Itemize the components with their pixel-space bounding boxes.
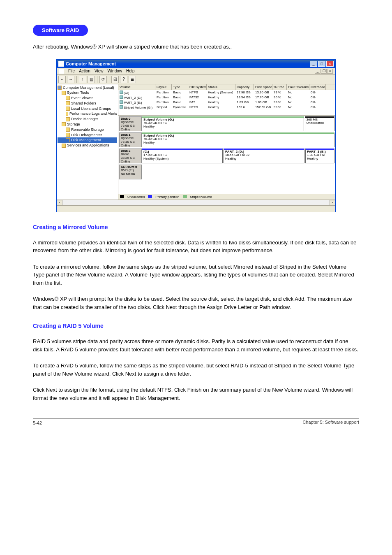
menu-file[interactable]: File	[68, 69, 75, 73]
disk-partitions: Striped Volume (G:)76.30 GB NTFSHealthy	[142, 132, 334, 147]
disk-partition[interactable]: 368 MBUnallocated	[305, 116, 334, 131]
close-button[interactable]: ×	[326, 61, 334, 67]
vol-fs: NTFS	[188, 90, 207, 95]
vol-pct: 78 %	[272, 90, 287, 95]
disk-partition[interactable]: PART_2 (D:)18.55 GB FAT32Healthy	[224, 149, 304, 163]
raid5-heading: Creating a RAID 5 Volume	[33, 323, 359, 329]
raid5-p3: Click Next to assign the file format, us…	[33, 386, 359, 402]
tree-storage[interactable]: Storage	[58, 122, 117, 127]
disk-row[interactable]: Disk 1Dynamic76.30 GBOnlineStriped Volum…	[119, 132, 334, 147]
col-status[interactable]: Status	[207, 84, 235, 90]
col-pctfree[interactable]: % Free	[272, 84, 287, 90]
tree-pane[interactable]: Computer Management (Local) System Tools…	[57, 84, 118, 200]
vol-free: 13.96 GB	[254, 90, 272, 95]
vol-ft: No	[287, 90, 309, 95]
vol-capacity: 152.6...	[235, 105, 254, 109]
disk-partition[interactable]: PART_3 (E:)1.83 GB FATHealthy	[305, 149, 334, 163]
vol-capacity: 18.54 GB	[235, 95, 254, 100]
toolbar-separator	[109, 76, 109, 83]
chapter-title: Chapter 5: Software support	[33, 420, 359, 425]
menu-window[interactable]: Window	[107, 69, 122, 73]
tree-event-viewer[interactable]: Event Viewer	[58, 95, 117, 101]
tree-perf-logs[interactable]: Performance Logs and Alerts	[58, 111, 117, 116]
vol-type: Basic	[172, 95, 188, 100]
vol-capacity: 17.90 GB	[235, 90, 254, 95]
computer-management-window: Computer Management _ □ × File Action Vi…	[56, 59, 336, 212]
disk-partition[interactable]: Striped Volume (G:)76.30 GB NTFSHealthy	[142, 132, 334, 147]
up-button[interactable]: ↑	[79, 76, 86, 83]
horizontal-scrollbar[interactable]: ‹ ›	[57, 200, 335, 205]
col-filesystem[interactable]: File System	[188, 84, 207, 90]
vol-oh: 0%	[309, 95, 326, 100]
tree-services-apps[interactable]: Services and Applications	[58, 143, 117, 148]
volume-row[interactable]: PART_3 (E:)PartitionBasicFATHealthy1.83 …	[118, 100, 335, 105]
volume-row[interactable]: (C:)PartitionBasicNTFSHealthy (System)17…	[118, 90, 335, 95]
disk-label[interactable]: Disk 1Dynamic76.30 GBOnline	[119, 132, 142, 147]
vol-pct: 95 %	[272, 95, 287, 100]
tree-disk-management[interactable]: Disk Management	[58, 137, 117, 143]
menu-action[interactable]: Action	[79, 69, 90, 73]
volume-list[interactable]: (C:)PartitionBasicNTFSHealthy (System)17…	[118, 90, 335, 115]
disk-label[interactable]: Disk 0Dynamic76.68 GBOnline	[119, 116, 142, 131]
volume-row[interactable]: PART_2 (D:)PartitionBasicFAT32Healthy18.…	[118, 95, 335, 100]
volume-list-header[interactable]: Volume Layout Type File System Status Ca…	[118, 84, 335, 90]
col-fault[interactable]: Fault Tolerance	[287, 84, 309, 90]
vol-free: 1.83 GB	[254, 100, 272, 104]
col-layout[interactable]: Layout	[155, 84, 172, 90]
disk-label[interactable]: Disk 2Basic38.29 GBOnline	[119, 149, 142, 163]
help-button[interactable]: ?	[120, 76, 127, 83]
device-manager-icon	[66, 117, 70, 121]
vol-free: 152.59 GB	[254, 105, 272, 109]
disk-row[interactable]: CD-ROM 0DVD (F:)No Media	[119, 165, 334, 179]
vol-ft: No	[287, 100, 309, 104]
refresh-button[interactable]: ⟳	[99, 76, 107, 83]
volume-row[interactable]: Striped Volume (G:)StripedDynamicNTFSHea…	[118, 105, 335, 110]
raid5-p2: To create a RAID 5 volume, follow the sa…	[33, 362, 359, 378]
col-overhead[interactable]: Overhead	[309, 84, 326, 90]
tree-device-manager[interactable]: Device Manager	[58, 116, 117, 122]
volume-icon	[120, 105, 123, 109]
properties-button[interactable]: ☑	[111, 76, 119, 83]
tree-removable-storage[interactable]: Removable Storage	[58, 127, 117, 132]
menu-view[interactable]: View	[95, 69, 104, 73]
scroll-track[interactable]	[62, 200, 330, 205]
maximize-button[interactable]: □	[318, 61, 325, 67]
col-freespace[interactable]: Free Space	[254, 84, 272, 90]
vol-name: (C:)	[118, 90, 155, 95]
menubar: File Action View Window Help _ ❐ ×	[57, 68, 335, 75]
tree-system-tools[interactable]: System Tools	[58, 90, 117, 95]
back-button[interactable]: ←	[58, 76, 66, 83]
tree-local-users[interactable]: Local Users and Groups	[58, 106, 117, 111]
mdi-close[interactable]: ×	[327, 69, 333, 74]
disk-row[interactable]: Disk 2Basic38.29 GBOnline(C:)17.90 GB NT…	[119, 149, 334, 163]
menu-help[interactable]: Help	[126, 69, 135, 73]
disk-label[interactable]: CD-ROM 0DVD (F:)No Media	[119, 165, 142, 179]
vol-name: Striped Volume (G:)	[118, 105, 155, 110]
mdi-restore[interactable]: ❐	[321, 69, 327, 74]
tree-shared-folders[interactable]: Shared Folders	[58, 101, 117, 106]
tree-root[interactable]: Computer Management (Local)	[58, 85, 117, 91]
removable-icon	[66, 128, 70, 132]
disk-map[interactable]: Disk 0Dynamic76.68 GBOnlineStriped Volum…	[118, 115, 335, 194]
body-area: Computer Management (Local) System Tools…	[57, 84, 335, 200]
disk-row[interactable]: Disk 0Dynamic76.68 GBOnlineStriped Volum…	[119, 116, 334, 131]
disk-partition[interactable]: (C:)17.90 GB NTFSHealthy (System)	[142, 149, 223, 163]
vol-fs: FAT32	[188, 95, 207, 100]
mdi-minimize[interactable]: _	[315, 69, 321, 74]
scroll-left-button[interactable]: ‹	[57, 200, 62, 206]
intro-text: After rebooting, Windows® XP will show a…	[33, 43, 359, 51]
col-capacity[interactable]: Capacity	[235, 84, 254, 90]
col-volume[interactable]: Volume	[118, 84, 155, 90]
disk-partition[interactable]: Striped Volume (G:)76.30 GB NTFSHealthy	[142, 116, 304, 131]
list-view-button[interactable]: ≣	[129, 76, 136, 83]
forward-button[interactable]: →	[67, 76, 74, 83]
vol-name: PART_2 (D:)	[118, 95, 155, 100]
minimize-button[interactable]: _	[310, 61, 317, 67]
show-hide-tree-button[interactable]: ▤	[88, 76, 95, 83]
col-type[interactable]: Type	[172, 84, 188, 90]
tree-disk-defrag[interactable]: Disk Defragmenter	[58, 132, 117, 138]
scroll-right-button[interactable]: ›	[330, 200, 335, 206]
legend-unallocated: Unallocated	[127, 195, 145, 199]
legend-striped: Striped volume	[190, 195, 212, 199]
vol-layout: Striped	[155, 105, 172, 109]
